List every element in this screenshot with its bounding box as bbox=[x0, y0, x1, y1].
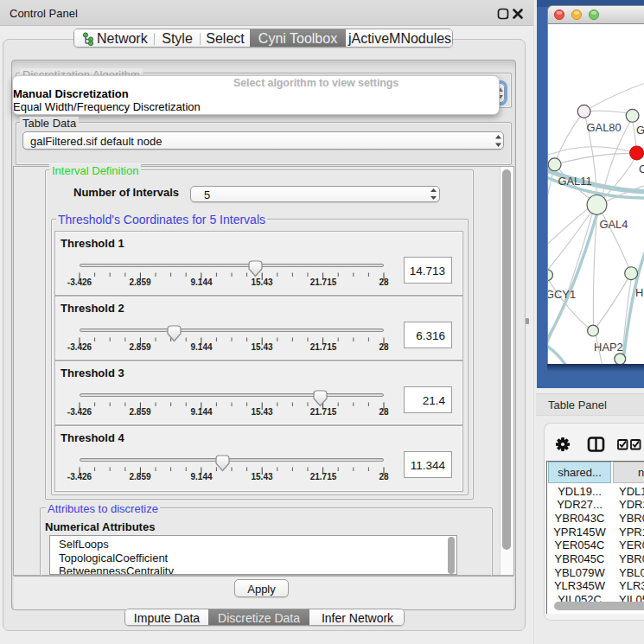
svg-text:GAL11: GAL11 bbox=[558, 175, 591, 188]
svg-text:HAP2: HAP2 bbox=[594, 341, 623, 354]
svg-text:GCY1: GCY1 bbox=[547, 288, 576, 301]
svg-text:GAL80: GAL80 bbox=[587, 121, 622, 134]
svg-text:H: H bbox=[635, 286, 643, 299]
svg-text:GAL4: GAL4 bbox=[599, 218, 628, 231]
svg-text:G: G bbox=[636, 124, 644, 137]
svg-text:C: C bbox=[639, 163, 644, 175]
